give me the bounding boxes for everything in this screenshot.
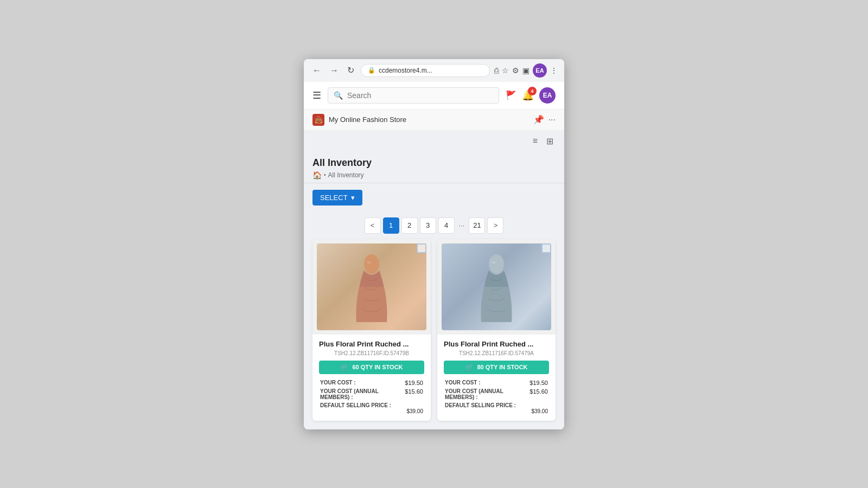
default-price-row-1: DEFAULT SELLING PRICE : $39.00	[320, 402, 423, 414]
share-icon[interactable]: ⎙	[494, 66, 499, 75]
toolbar-row: SELECT ▾	[304, 183, 564, 212]
lock-icon: 🔒	[368, 67, 375, 74]
stock-badge-2[interactable]: 🛒 80 QTY IN STOCK	[444, 361, 549, 374]
stock-badge-1[interactable]: 🛒 60 QTY IN STOCK	[319, 361, 424, 374]
address-bar[interactable]: 🔒 ccdemostore4.m...	[361, 64, 490, 77]
product-sku-2: TSH2.12.ZB11716F.ID.57479A	[444, 350, 549, 356]
svg-point-2	[489, 254, 504, 274]
svg-point-3	[492, 261, 496, 264]
page-button-3[interactable]: 3	[420, 217, 436, 234]
pagination: < 1 2 3 4 ··· 21 >	[304, 212, 564, 239]
hamburger-menu-icon[interactable]: ☰	[312, 89, 321, 101]
search-bar[interactable]: 🔍	[328, 87, 499, 104]
store-name: My Online Fashion Store	[329, 115, 406, 124]
default-price-label-2: DEFAULT SELLING PRICE :	[445, 402, 548, 408]
page-title: All Inventory	[312, 157, 556, 169]
product-image-area-2	[437, 239, 556, 335]
next-page-button[interactable]: >	[487, 217, 503, 234]
cart-icon-1: 🛒	[340, 363, 349, 371]
page-button-1[interactable]: 1	[383, 217, 399, 234]
svg-point-1	[367, 261, 371, 264]
annual-cost-label-1: YOUR COST (ANNUAL MEMBERS) :	[320, 388, 405, 400]
browser-menu-icon[interactable]: ⋮	[550, 66, 558, 75]
annual-cost-value-2: $15.60	[529, 388, 548, 400]
your-cost-value-2: $19.50	[529, 380, 548, 386]
browser-window: ← → ↻ 🔒 ccdemostore4.m... ⎙ ☆ ⚙ ▣ EA ⋮ ☰…	[304, 59, 564, 429]
browser-user-avatar[interactable]: EA	[533, 63, 547, 78]
your-cost-row-2: YOUR COST : $19.50	[445, 380, 548, 386]
price-section-1: YOUR COST : $19.50 YOUR COST (ANNUAL MEM…	[319, 380, 424, 414]
url-text: ccdemostore4.m...	[379, 67, 432, 74]
price-section-2: YOUR COST : $19.50 YOUR COST (ANNUAL MEM…	[444, 380, 549, 414]
select-dropdown-icon: ▾	[351, 194, 355, 202]
product-image-area-1	[312, 239, 431, 335]
default-price-value-2: $39.00	[445, 408, 548, 414]
select-button-label: SELECT	[320, 194, 348, 202]
annual-cost-row-1: YOUR COST (ANNUAL MEMBERS) : $15.60	[320, 388, 423, 400]
your-cost-label-2: YOUR COST :	[445, 380, 481, 386]
star-icon[interactable]: ☆	[502, 66, 509, 75]
stock-text-1: 60 QTY IN STOCK	[352, 364, 403, 370]
page-button-4[interactable]: 4	[438, 217, 455, 234]
product-image-2	[442, 243, 551, 330]
notification-badge: 4	[528, 87, 537, 95]
forward-button[interactable]: →	[328, 65, 341, 76]
store-bar: 👜 My Online Fashion Store 📌 ···	[304, 110, 564, 131]
your-cost-label-1: YOUR COST :	[320, 380, 356, 386]
product-card: Plus Floral Print Ruched ... TSH2.12.ZB1…	[312, 239, 431, 421]
list-view-button[interactable]: ≡	[531, 135, 540, 147]
search-icon: 🔍	[334, 91, 343, 100]
product-checkbox-2[interactable]	[541, 243, 551, 253]
product-checkbox-1[interactable]	[417, 243, 426, 253]
product-card-2: Plus Floral Print Ruched ... TSH2.12.ZB1…	[437, 239, 556, 421]
store-more-icon[interactable]: ···	[548, 115, 556, 125]
breadcrumb: 🏠 • All Inventory	[312, 171, 556, 179]
pagination-dots: ···	[457, 221, 467, 229]
page-button-last[interactable]: 21	[469, 217, 485, 234]
page-button-2[interactable]: 2	[401, 217, 418, 234]
cart-icon-2: 🛒	[465, 363, 474, 371]
store-name-area: 👜 My Online Fashion Store	[312, 114, 406, 126]
your-cost-row-1: YOUR COST : $19.50	[320, 380, 423, 386]
product-sku-1: TSH2.12.ZB11716F.ID.57479B	[319, 350, 424, 356]
flag-icon[interactable]: 🚩	[506, 90, 516, 100]
view-controls: ≡ ⊞	[304, 131, 564, 152]
search-input[interactable]	[347, 91, 493, 100]
extensions-icon[interactable]: ⚙	[512, 66, 519, 75]
default-price-value-1: $39.00	[320, 408, 423, 414]
breadcrumb-current: All Inventory	[328, 171, 364, 179]
product-info-1: Plus Floral Print Ruched ... TSH2.12.ZB1…	[312, 335, 431, 414]
reload-button[interactable]: ↻	[345, 64, 356, 76]
default-price-row-2: DEFAULT SELLING PRICE : $39.00	[445, 402, 548, 414]
product-name-2: Plus Floral Print Ruched ...	[444, 340, 549, 348]
svg-point-0	[364, 254, 379, 274]
back-button[interactable]: ←	[310, 65, 323, 76]
default-price-label-1: DEFAULT SELLING PRICE :	[320, 402, 423, 408]
product-name-1: Plus Floral Print Ruched ...	[319, 340, 424, 348]
breadcrumb-separator: •	[324, 172, 326, 178]
product-image-1	[317, 243, 426, 330]
page-header: All Inventory 🏠 • All Inventory	[304, 152, 564, 183]
toolbar-actions: 🚩 🔔 4 EA	[506, 87, 556, 104]
annual-cost-row-2: YOUR COST (ANNUAL MEMBERS) : $15.60	[445, 388, 548, 400]
your-cost-value-1: $19.50	[405, 380, 423, 386]
browser-actions: ⎙ ☆ ⚙ ▣ EA ⋮	[494, 63, 558, 78]
user-avatar[interactable]: EA	[539, 87, 556, 104]
breadcrumb-home-icon[interactable]: 🏠	[312, 171, 322, 179]
pin-icon[interactable]: 📌	[533, 114, 544, 125]
browser-chrome: ← → ↻ 🔒 ccdemostore4.m... ⎙ ☆ ⚙ ▣ EA ⋮	[304, 59, 564, 82]
stock-text-2: 80 QTY IN STOCK	[477, 364, 527, 370]
annual-cost-value-1: $15.60	[405, 388, 423, 400]
annual-cost-label-2: YOUR COST (ANNUAL MEMBERS) :	[445, 388, 529, 400]
products-area: Plus Floral Print Ruched ... TSH2.12.ZB1…	[304, 239, 564, 429]
select-button[interactable]: SELECT ▾	[312, 190, 362, 206]
prev-page-button[interactable]: <	[365, 217, 381, 234]
products-grid: Plus Floral Print Ruched ... TSH2.12.ZB1…	[312, 239, 556, 421]
grid-view-button[interactable]: ⊞	[544, 135, 556, 147]
store-icon: 👜	[312, 114, 324, 126]
app-toolbar: ☰ 🔍 🚩 🔔 4 EA	[304, 82, 564, 110]
notification-button[interactable]: 🔔 4	[522, 89, 534, 101]
store-actions: 📌 ···	[533, 114, 556, 125]
product-info-2: Plus Floral Print Ruched ... TSH2.12.ZB1…	[437, 335, 556, 414]
tab-icon[interactable]: ▣	[522, 66, 529, 75]
